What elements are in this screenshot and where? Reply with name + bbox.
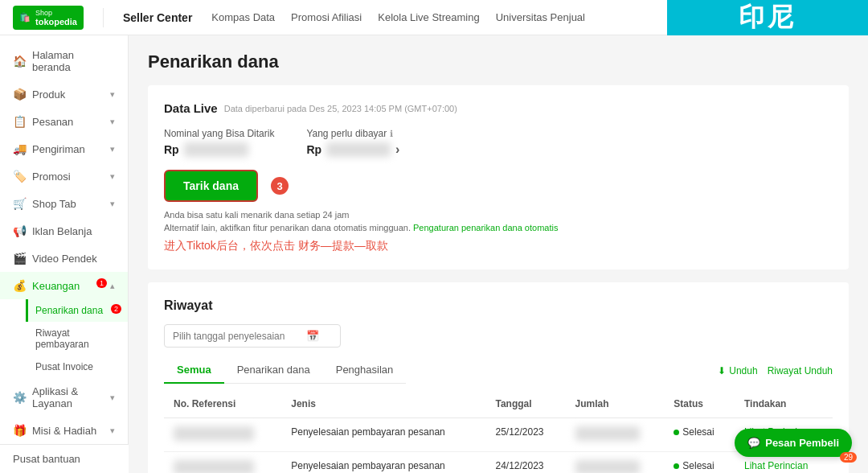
sidebar-label-pengiriman: Pengiriman bbox=[32, 143, 85, 155]
data-live-card: Data Live Data diperbarui pada Des 25, 2… bbox=[148, 85, 849, 269]
tab-actions: ⬇ Unduh Riwayat Unduh bbox=[718, 365, 833, 376]
tab-semua[interactable]: Semua bbox=[164, 357, 224, 384]
col-jenis: Jenis bbox=[281, 390, 485, 418]
sidebar-item-produk[interactable]: 📦 Produk ▾ bbox=[0, 80, 128, 108]
top-navigation: 🛍️ Shop tokopedia Seller Center Kompas D… bbox=[0, 0, 868, 35]
date-input[interactable] bbox=[173, 331, 301, 342]
info-icon[interactable]: ℹ bbox=[390, 129, 393, 139]
sidebar-item-video-pendek[interactable]: 🎬 Video Pendek bbox=[0, 245, 128, 272]
table-row: Penyelesaian pembayaran pesanan 25/12/20… bbox=[164, 418, 833, 452]
data-live-row: Nominal yang Bisa Ditarik Rp Yang perlu … bbox=[164, 128, 833, 157]
date-filter[interactable]: 📅 bbox=[164, 324, 341, 348]
sidebar-label-produk: Produk bbox=[32, 88, 65, 101]
sidebar-sub-penarikan-dana[interactable]: Penarikan dana 2 bbox=[26, 299, 128, 322]
table-header-row: No. Referensi Jenis Tanggal Jumlah Statu… bbox=[164, 390, 833, 418]
sidebar-sub-pusat-invoice[interactable]: Pusat Invoice bbox=[26, 356, 128, 378]
cell-jumlah-1 bbox=[566, 452, 665, 474]
sidebar-item-pusat-bantuan[interactable]: Pusat bantuan bbox=[0, 444, 129, 473]
sidebar-label-halaman-beranda: Halaman beranda bbox=[32, 49, 115, 73]
download-icon: ⬇ bbox=[718, 365, 726, 376]
sidebar-label-shop-tab: Shop Tab bbox=[32, 198, 76, 210]
riwayat-unduh-button[interactable]: Riwayat Unduh bbox=[768, 365, 833, 376]
sidebar-label-misi: Misi & Hadiah bbox=[32, 425, 96, 437]
pesan-pembeli-button[interactable]: 💬 Pesan Pembeli bbox=[735, 429, 852, 457]
pusat-bantuan-label: Pusat bantuan bbox=[13, 453, 80, 465]
arrow-right-icon[interactable]: › bbox=[395, 142, 399, 157]
tab-bar: Semua Penarikan dana Penghasilan ⬇ Unduh… bbox=[164, 357, 833, 384]
sidebar-item-keuangan[interactable]: 💰 Keuangan 1 ▴ bbox=[0, 272, 128, 299]
sidebar-item-iklan-belanja[interactable]: 📢 Iklan Belanja bbox=[0, 217, 128, 245]
nominal-amount bbox=[184, 142, 248, 157]
misi-icon: 🎁 bbox=[13, 424, 26, 437]
promosi-icon: 🏷️ bbox=[13, 170, 26, 183]
sidebar-item-shop-tab[interactable]: 🛒 Shop Tab ▾ bbox=[0, 190, 128, 217]
promosi-chevron: ▾ bbox=[110, 171, 115, 182]
data-live-subtitle: Data diperbarui pada Des 25, 2023 14:05 … bbox=[224, 104, 457, 113]
nominal-label: Nominal yang Bisa Ditarik bbox=[164, 128, 274, 139]
sidebar-label-video: Video Pendek bbox=[32, 253, 97, 265]
brand-logo[interactable]: 🛍️ Shop tokopedia bbox=[13, 6, 84, 30]
tab-penghasilan[interactable]: Penghasilan bbox=[323, 357, 407, 384]
cell-jumlah-0 bbox=[566, 418, 665, 452]
page-title: Penarikan dana bbox=[148, 51, 849, 72]
sidebar-item-aplikasi-layanan[interactable]: ⚙️ Aplikasi & Layanan ▾ bbox=[0, 378, 128, 417]
sidebar-label-aplikasi: Aplikasi & Layanan bbox=[32, 385, 104, 409]
nav-kelola-live[interactable]: Kelola Live Streaming bbox=[378, 11, 479, 23]
cell-ref-1 bbox=[164, 452, 281, 474]
col-status: Status bbox=[664, 390, 735, 418]
riwayat-title: Riwayat bbox=[164, 298, 833, 313]
aplikasi-chevron: ▾ bbox=[110, 393, 115, 403]
auto-withdrawal-link[interactable]: Pengaturan penarikan dana otomatis bbox=[413, 223, 558, 232]
home-icon: 🏠 bbox=[13, 55, 26, 68]
yang-perlu-label: Yang perlu dibayar ℹ bbox=[306, 128, 399, 139]
sidebar-label-iklan: Iklan Belanja bbox=[32, 225, 92, 237]
calendar-icon[interactable]: 📅 bbox=[306, 330, 319, 342]
video-icon: 🎬 bbox=[13, 252, 26, 265]
cell-status-0: Selesai bbox=[664, 418, 735, 452]
col-tanggal: Tanggal bbox=[485, 390, 565, 418]
keuangan-badge: 1 bbox=[96, 278, 107, 288]
sidebar-label-promosi: Promosi bbox=[32, 171, 71, 183]
pesanan-chevron: ▾ bbox=[110, 117, 115, 127]
sidebar: 🏠 Halaman beranda 📦 Produk ▾ 📋 Pesanan ▾… bbox=[0, 35, 129, 473]
sidebar-item-promosi[interactable]: 🏷️ Promosi ▾ bbox=[0, 162, 128, 190]
riwayat-table: No. Referensi Jenis Tanggal Jumlah Statu… bbox=[164, 390, 833, 473]
tabs: Semua Penarikan dana Penghasilan bbox=[164, 357, 406, 384]
pusat-invoice-label: Pusat Invoice bbox=[35, 361, 93, 372]
yang-perlu-field: Yang perlu dibayar ℹ Rp › bbox=[306, 128, 399, 157]
nav-kompas-data[interactable]: Kompas Data bbox=[211, 11, 275, 23]
pengiriman-icon: 🚚 bbox=[13, 142, 26, 155]
sidebar-item-pengiriman[interactable]: 🚚 Pengiriman ▾ bbox=[0, 135, 128, 162]
nav-promosi-afiliasi[interactable]: Promosi Afiliasi bbox=[291, 11, 362, 23]
tab-penarikan-dana[interactable]: Penarikan dana bbox=[224, 357, 323, 384]
cell-tanggal-1: 24/12/2023 bbox=[485, 452, 565, 474]
nav-universitas[interactable]: Universitas Penjual bbox=[496, 11, 585, 23]
sidebar-item-misi-hadiah[interactable]: 🎁 Misi & Hadiah ▾ bbox=[0, 417, 128, 444]
misi-chevron: ▾ bbox=[110, 426, 115, 436]
keuangan-icon: 💰 bbox=[13, 279, 26, 292]
nominal-value: Rp bbox=[164, 142, 274, 157]
keuangan-submenu: Penarikan dana 2 Riwayat pembayaran Pusa… bbox=[0, 299, 128, 378]
col-tindakan: Tindakan bbox=[735, 390, 833, 418]
main-content: Penarikan dana Data Live Data diperbarui… bbox=[129, 35, 868, 473]
sidebar-item-pesanan[interactable]: 📋 Pesanan ▾ bbox=[0, 108, 128, 135]
sidebar-item-halaman-beranda[interactable]: 🏠 Halaman beranda bbox=[0, 42, 128, 80]
tarik-section: Tarik dana 3 bbox=[164, 170, 833, 202]
sidebar-label-keuangan: Keuangan bbox=[32, 280, 80, 292]
penarikan-dana-label: Penarikan dana bbox=[35, 305, 103, 316]
tarik-badge: 3 bbox=[271, 177, 289, 195]
lihat-perincian-1[interactable]: Lihat Perincian bbox=[744, 460, 808, 471]
tarik-dana-button[interactable]: Tarik dana bbox=[164, 170, 258, 202]
shop-tab-chevron: ▾ bbox=[110, 199, 115, 209]
cell-jenis-1: Penyelesaian pembayaran pesanan bbox=[281, 452, 485, 474]
unduh-button[interactable]: ⬇ Unduh bbox=[718, 365, 757, 376]
cell-tanggal-0: 25/12/2023 bbox=[485, 418, 565, 452]
shop-icon: 🛍️ bbox=[19, 12, 31, 23]
info-text-1: Anda bisa satu kali menarik dana setiap … bbox=[164, 210, 833, 220]
aplikasi-icon: ⚙️ bbox=[13, 391, 26, 404]
chat-icon: 💬 bbox=[747, 437, 760, 449]
sidebar-sub-riwayat-pembayaran[interactable]: Riwayat pembayaran bbox=[26, 322, 128, 356]
cn-overlay-text: 印尼 bbox=[667, 0, 868, 35]
seller-center-title: Seller Center bbox=[123, 11, 192, 24]
status-dot-1 bbox=[674, 463, 679, 469]
